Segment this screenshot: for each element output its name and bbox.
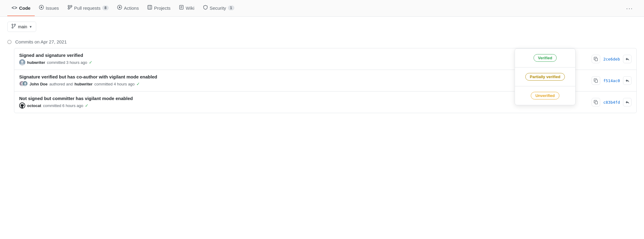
copy-sha-button[interactable] <box>592 76 600 85</box>
avatar <box>22 81 28 86</box>
issues-icon <box>39 5 44 11</box>
avatar-pair <box>19 81 28 87</box>
pull-requests-icon <box>68 5 72 11</box>
svg-rect-20 <box>595 58 598 61</box>
tab-wiki-label: Wiki <box>186 5 194 11</box>
commit-sha-link[interactable]: c83b4fd <box>603 100 620 105</box>
commit-title: Signature verified but has co-author wit… <box>19 74 592 79</box>
code-icon: <> <box>12 5 17 11</box>
security-icon <box>203 5 208 11</box>
svg-point-25 <box>24 82 26 85</box>
avatar <box>19 59 25 65</box>
tab-projects[interactable]: Projects <box>143 0 175 16</box>
browse-files-button[interactable] <box>623 55 632 63</box>
svg-point-18 <box>21 61 23 63</box>
tab-security-label: Security <box>210 5 226 11</box>
branch-dropdown-icon: ▼ <box>29 25 32 29</box>
partially-verified-badge[interactable]: Partially verified <box>525 73 565 81</box>
commits-date-label: Commits on Apr 27, 2021 <box>15 39 67 44</box>
commit-author: John Doe <box>30 82 47 86</box>
commit-sha-link[interactable]: 2ce6deb <box>603 57 620 61</box>
commit-title: Signed and signature verified <box>19 53 592 58</box>
commit-info: Signature verified but has co-author wit… <box>19 74 592 87</box>
commit-meta-authored: authored and <box>49 82 73 86</box>
commit-meta: John Doe authored and hubwriter committe… <box>19 81 592 87</box>
popup-row-verified: Verified <box>515 49 575 68</box>
svg-rect-27 <box>595 80 598 82</box>
tab-projects-label: Projects <box>154 5 170 11</box>
commits-section: Commits on Apr 27, 2021 Signed and signa… <box>0 37 644 120</box>
commit-meta-committed: committed 4 hours ago <box>94 82 135 86</box>
commit-sha-link[interactable]: f514ac0 <box>603 78 620 83</box>
tab-issues-label: Issues <box>46 5 59 11</box>
verified-check-icon: ✓ <box>136 81 140 86</box>
commit-row: Signed and signature verified hubwriter … <box>14 48 636 70</box>
actions-icon <box>117 5 122 11</box>
popup-row-unverified: Unverified <box>515 86 575 105</box>
commit-meta: hubwriter committed 3 hours ago ✓ <box>19 59 592 65</box>
pull-requests-badge: 8 <box>102 5 109 10</box>
tab-wiki[interactable]: Wiki <box>175 0 198 16</box>
avatar <box>19 102 25 109</box>
tab-actions[interactable]: Actions <box>113 0 143 16</box>
svg-point-1 <box>41 7 42 8</box>
browse-files-button[interactable] <box>623 98 632 106</box>
branch-name: main <box>18 24 27 29</box>
branch-selector[interactable]: main ▼ <box>7 22 36 32</box>
tab-security[interactable]: Security 1 <box>199 0 239 16</box>
browse-files-button[interactable] <box>623 76 632 85</box>
tab-issues[interactable]: Issues <box>35 0 63 16</box>
commit-actions: Verified Partially verified Unverified 2… <box>592 55 632 63</box>
more-options-button[interactable]: ··· <box>622 2 637 14</box>
tab-code-label: Code <box>19 5 31 11</box>
commit-actions: f514ac0 <box>592 76 632 85</box>
branch-area: main ▼ <box>0 17 644 37</box>
unverified-badge[interactable]: Unverified <box>531 92 559 99</box>
branch-icon <box>11 24 16 30</box>
commit-meta-text: committed 6 hours ago <box>43 103 83 108</box>
tab-actions-label: Actions <box>124 5 139 11</box>
commit-coauthor: hubwriter <box>75 82 93 86</box>
verified-badge[interactable]: Verified <box>534 54 557 62</box>
projects-icon <box>147 5 152 11</box>
commit-title: Not signed but committer has vigilant mo… <box>19 96 592 101</box>
tab-code[interactable]: <> Code <box>7 0 35 16</box>
svg-marker-6 <box>119 6 121 9</box>
verification-popup: Verified Partially verified Unverified <box>515 48 576 105</box>
svg-rect-7 <box>148 5 152 9</box>
tab-pull-requests[interactable]: Pull requests 8 <box>63 0 113 16</box>
commit-info: Signed and signature verified hubwriter … <box>19 53 592 65</box>
commit-author: octocat <box>27 103 41 108</box>
commit-meta: octocat committed 6 hours ago ✓ <box>19 102 592 109</box>
commit-info: Not signed but committer has vigilant mo… <box>19 96 592 109</box>
commit-meta-text: committed 3 hours ago <box>47 60 87 65</box>
copy-sha-button[interactable] <box>592 55 600 63</box>
commits-date-header: Commits on Apr 27, 2021 <box>7 39 637 44</box>
commit-actions: c83b4fd <box>592 98 632 106</box>
verified-check-icon: ✓ <box>89 60 93 65</box>
wiki-icon <box>179 5 184 11</box>
verified-check-icon: ✓ <box>85 103 89 108</box>
tab-pull-requests-label: Pull requests <box>74 5 101 11</box>
commits-list: Signed and signature verified hubwriter … <box>14 48 637 113</box>
copy-sha-button[interactable] <box>592 98 600 106</box>
security-badge: 1 <box>228 5 234 10</box>
top-navigation: <> Code Issues Pull requests 8 Actions P… <box>0 0 644 17</box>
commit-author: hubwriter <box>27 60 45 65</box>
commit-dot-icon <box>7 40 12 44</box>
svg-rect-29 <box>595 101 598 104</box>
popup-row-partially: Partially verified <box>515 68 575 86</box>
